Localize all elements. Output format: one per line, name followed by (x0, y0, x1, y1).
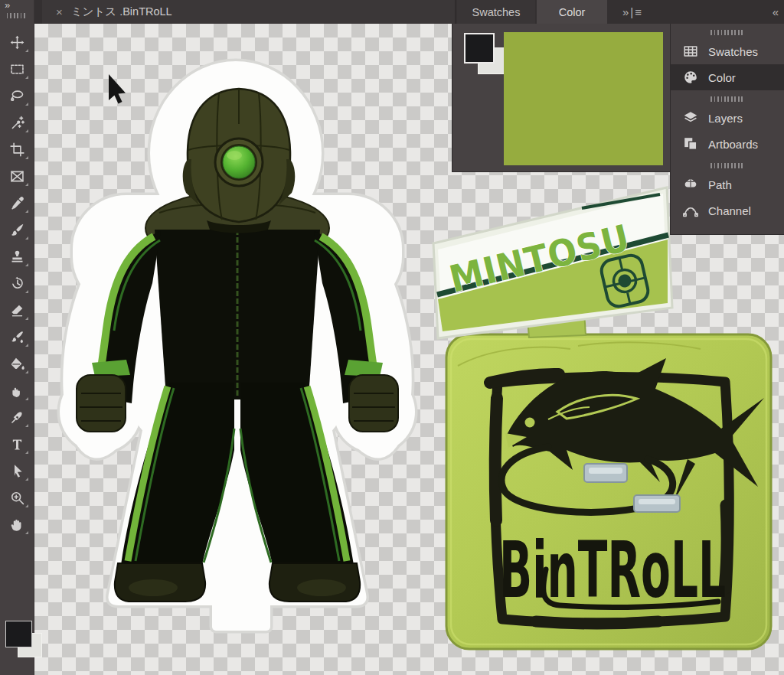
panel-dock-sidebar: Swatches Color Layers Artboards (670, 24, 784, 235)
frame-tool[interactable] (5, 163, 31, 190)
photoshop-window: × ミントス .BinTRoLL Swatches Color »|≡ « (0, 0, 784, 675)
color-swatch-field[interactable] (504, 32, 663, 165)
tools-toolbar: » (0, 0, 34, 675)
quick-selection-tool[interactable] (5, 109, 31, 136)
mixer-brush-tool[interactable] (5, 324, 31, 351)
type-tool[interactable] (5, 431, 31, 458)
toolbar-drag-handle[interactable] (7, 13, 28, 18)
artboards-icon (682, 135, 699, 152)
mouse-cursor (109, 74, 126, 104)
move-tool[interactable] (5, 29, 31, 56)
close-icon[interactable]: × (56, 6, 63, 18)
panel-drag-handle[interactable] (710, 163, 744, 168)
tab-swatches[interactable]: Swatches (457, 0, 535, 24)
rectangular-marquee-tool[interactable] (5, 56, 31, 83)
collapse-toolbar-icon[interactable]: » (0, 0, 34, 11)
sidebar-item-color[interactable]: Color (671, 64, 784, 90)
panel-menu-icon[interactable]: »|≡ (622, 0, 643, 24)
eraser-tool[interactable] (5, 297, 31, 324)
channel-icon (682, 202, 699, 219)
document-tab[interactable]: × ミントス .BinTRoLL (42, 0, 456, 24)
layers-icon (682, 109, 699, 126)
hand-tool[interactable] (5, 511, 31, 538)
acrylic-base-bintroll: BinTRoLL (446, 334, 771, 649)
color-panel (452, 24, 670, 172)
direct-selection-tool[interactable] (5, 458, 31, 484)
document-title: ミントス .BinTRoLL (71, 5, 172, 19)
lasso-tool[interactable] (5, 83, 31, 109)
sidebar-item-label: Swatches (708, 45, 758, 58)
history-brush-tool[interactable] (5, 270, 31, 297)
sidebar-item-label: Channel (708, 204, 751, 217)
sidebar-item-channel[interactable]: Channel (671, 197, 784, 223)
sidebar-item-label: Path (708, 178, 732, 191)
panel-drag-handle[interactable] (710, 96, 744, 102)
sidebar-item-swatches[interactable]: Swatches (671, 38, 784, 64)
eyedropper-tool[interactable] (5, 190, 31, 217)
crop-tool[interactable] (5, 136, 31, 163)
sidebar-item-layers[interactable]: Layers (671, 105, 784, 131)
clone-stamp-tool[interactable] (5, 243, 31, 270)
tab-color[interactable]: Color (537, 0, 607, 24)
pen-tool[interactable] (5, 404, 31, 431)
tab-bar: × ミントス .BinTRoLL Swatches Color »|≡ « (34, 0, 784, 24)
sidebar-item-path[interactable]: Path (671, 171, 784, 197)
brush-tool[interactable] (5, 217, 31, 243)
sidebar-item-label: Artboards (708, 138, 758, 151)
collapse-panels-icon[interactable]: « (773, 0, 779, 24)
smudge-tool[interactable] (5, 377, 31, 404)
color-chips (0, 618, 34, 664)
sidebar-item-artboards[interactable]: Artboards (671, 131, 784, 157)
swatches-grid-icon (682, 43, 699, 60)
foreground-color-chip[interactable] (464, 33, 495, 64)
color-palette-icon (682, 69, 699, 86)
paint-bucket-tool[interactable] (5, 351, 31, 377)
path-icon (682, 176, 699, 193)
sidebar-item-label: Layers (708, 112, 743, 125)
foreground-color-chip[interactable] (5, 621, 32, 647)
zoom-tool[interactable] (5, 484, 31, 511)
acrylic-nameplate-mintosu: MINTOSU (433, 188, 672, 338)
sidebar-item-label: Color (708, 71, 736, 84)
acrylic-figure-stand (48, 61, 426, 631)
panel-drag-handle[interactable] (710, 30, 744, 35)
